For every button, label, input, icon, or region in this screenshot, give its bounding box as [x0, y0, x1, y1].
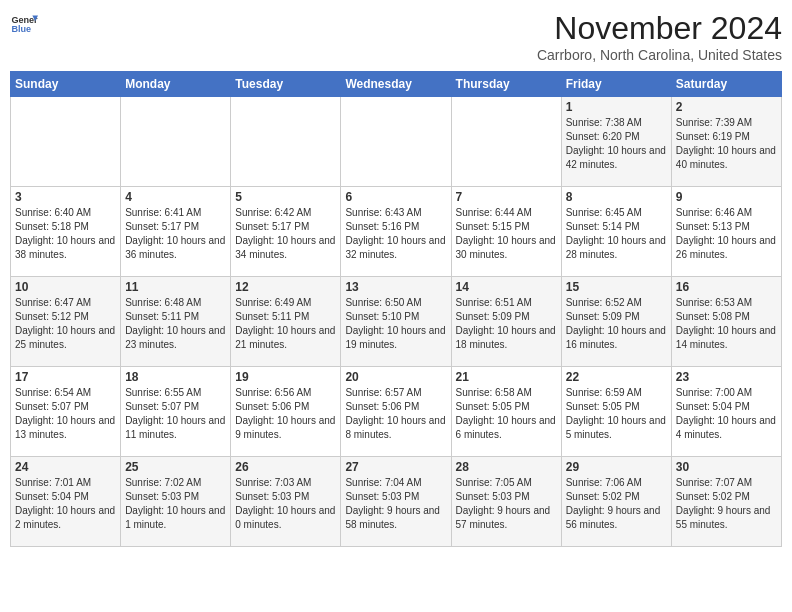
- calendar-cell: 25Sunrise: 7:02 AM Sunset: 5:03 PM Dayli…: [121, 457, 231, 547]
- calendar-cell: 28Sunrise: 7:05 AM Sunset: 5:03 PM Dayli…: [451, 457, 561, 547]
- day-info: Sunrise: 6:57 AM Sunset: 5:06 PM Dayligh…: [345, 386, 446, 442]
- day-info: Sunrise: 6:47 AM Sunset: 5:12 PM Dayligh…: [15, 296, 116, 352]
- page-header: General Blue November 2024 Carrboro, Nor…: [10, 10, 782, 63]
- calendar-cell: 29Sunrise: 7:06 AM Sunset: 5:02 PM Dayli…: [561, 457, 671, 547]
- location: Carrboro, North Carolina, United States: [537, 47, 782, 63]
- calendar-cell: 13Sunrise: 6:50 AM Sunset: 5:10 PM Dayli…: [341, 277, 451, 367]
- weekday-header-sunday: Sunday: [11, 72, 121, 97]
- day-number: 1: [566, 100, 667, 114]
- calendar-cell: [11, 97, 121, 187]
- day-number: 8: [566, 190, 667, 204]
- day-info: Sunrise: 6:55 AM Sunset: 5:07 PM Dayligh…: [125, 386, 226, 442]
- calendar-cell: [451, 97, 561, 187]
- day-info: Sunrise: 7:04 AM Sunset: 5:03 PM Dayligh…: [345, 476, 446, 532]
- day-number: 2: [676, 100, 777, 114]
- calendar-cell: 7Sunrise: 6:44 AM Sunset: 5:15 PM Daylig…: [451, 187, 561, 277]
- day-info: Sunrise: 7:01 AM Sunset: 5:04 PM Dayligh…: [15, 476, 116, 532]
- svg-text:Blue: Blue: [11, 24, 31, 34]
- day-info: Sunrise: 7:39 AM Sunset: 6:19 PM Dayligh…: [676, 116, 777, 172]
- day-info: Sunrise: 6:59 AM Sunset: 5:05 PM Dayligh…: [566, 386, 667, 442]
- day-info: Sunrise: 7:38 AM Sunset: 6:20 PM Dayligh…: [566, 116, 667, 172]
- calendar-cell: 4Sunrise: 6:41 AM Sunset: 5:17 PM Daylig…: [121, 187, 231, 277]
- day-info: Sunrise: 6:45 AM Sunset: 5:14 PM Dayligh…: [566, 206, 667, 262]
- day-info: Sunrise: 6:43 AM Sunset: 5:16 PM Dayligh…: [345, 206, 446, 262]
- title-block: November 2024 Carrboro, North Carolina, …: [537, 10, 782, 63]
- calendar-cell: 23Sunrise: 7:00 AM Sunset: 5:04 PM Dayli…: [671, 367, 781, 457]
- calendar-cell: [341, 97, 451, 187]
- calendar-cell: 9Sunrise: 6:46 AM Sunset: 5:13 PM Daylig…: [671, 187, 781, 277]
- calendar-table: SundayMondayTuesdayWednesdayThursdayFrid…: [10, 71, 782, 547]
- day-number: 10: [15, 280, 116, 294]
- day-info: Sunrise: 6:51 AM Sunset: 5:09 PM Dayligh…: [456, 296, 557, 352]
- calendar-cell: 21Sunrise: 6:58 AM Sunset: 5:05 PM Dayli…: [451, 367, 561, 457]
- calendar-cell: 15Sunrise: 6:52 AM Sunset: 5:09 PM Dayli…: [561, 277, 671, 367]
- day-number: 12: [235, 280, 336, 294]
- calendar-cell: 30Sunrise: 7:07 AM Sunset: 5:02 PM Dayli…: [671, 457, 781, 547]
- day-number: 5: [235, 190, 336, 204]
- calendar-cell: [121, 97, 231, 187]
- weekday-header-row: SundayMondayTuesdayWednesdayThursdayFrid…: [11, 72, 782, 97]
- day-number: 17: [15, 370, 116, 384]
- month-title: November 2024: [537, 10, 782, 47]
- day-number: 11: [125, 280, 226, 294]
- day-number: 26: [235, 460, 336, 474]
- day-number: 30: [676, 460, 777, 474]
- calendar-week-2: 10Sunrise: 6:47 AM Sunset: 5:12 PM Dayli…: [11, 277, 782, 367]
- calendar-cell: 3Sunrise: 6:40 AM Sunset: 5:18 PM Daylig…: [11, 187, 121, 277]
- calendar-cell: 14Sunrise: 6:51 AM Sunset: 5:09 PM Dayli…: [451, 277, 561, 367]
- calendar-cell: 1Sunrise: 7:38 AM Sunset: 6:20 PM Daylig…: [561, 97, 671, 187]
- day-info: Sunrise: 6:53 AM Sunset: 5:08 PM Dayligh…: [676, 296, 777, 352]
- weekday-header-wednesday: Wednesday: [341, 72, 451, 97]
- calendar-week-1: 3Sunrise: 6:40 AM Sunset: 5:18 PM Daylig…: [11, 187, 782, 277]
- day-number: 21: [456, 370, 557, 384]
- calendar-cell: 18Sunrise: 6:55 AM Sunset: 5:07 PM Dayli…: [121, 367, 231, 457]
- day-number: 24: [15, 460, 116, 474]
- weekday-header-thursday: Thursday: [451, 72, 561, 97]
- calendar-cell: 16Sunrise: 6:53 AM Sunset: 5:08 PM Dayli…: [671, 277, 781, 367]
- day-number: 13: [345, 280, 446, 294]
- day-info: Sunrise: 7:05 AM Sunset: 5:03 PM Dayligh…: [456, 476, 557, 532]
- calendar-cell: 20Sunrise: 6:57 AM Sunset: 5:06 PM Dayli…: [341, 367, 451, 457]
- day-info: Sunrise: 6:44 AM Sunset: 5:15 PM Dayligh…: [456, 206, 557, 262]
- day-info: Sunrise: 7:07 AM Sunset: 5:02 PM Dayligh…: [676, 476, 777, 532]
- logo-icon: General Blue: [10, 10, 38, 38]
- day-info: Sunrise: 7:06 AM Sunset: 5:02 PM Dayligh…: [566, 476, 667, 532]
- day-number: 4: [125, 190, 226, 204]
- day-number: 20: [345, 370, 446, 384]
- weekday-header-saturday: Saturday: [671, 72, 781, 97]
- calendar-cell: 10Sunrise: 6:47 AM Sunset: 5:12 PM Dayli…: [11, 277, 121, 367]
- day-info: Sunrise: 6:56 AM Sunset: 5:06 PM Dayligh…: [235, 386, 336, 442]
- day-info: Sunrise: 6:52 AM Sunset: 5:09 PM Dayligh…: [566, 296, 667, 352]
- calendar-cell: 5Sunrise: 6:42 AM Sunset: 5:17 PM Daylig…: [231, 187, 341, 277]
- day-number: 19: [235, 370, 336, 384]
- day-info: Sunrise: 6:41 AM Sunset: 5:17 PM Dayligh…: [125, 206, 226, 262]
- day-number: 18: [125, 370, 226, 384]
- weekday-header-tuesday: Tuesday: [231, 72, 341, 97]
- day-number: 9: [676, 190, 777, 204]
- day-number: 6: [345, 190, 446, 204]
- day-number: 3: [15, 190, 116, 204]
- day-number: 23: [676, 370, 777, 384]
- day-info: Sunrise: 6:50 AM Sunset: 5:10 PM Dayligh…: [345, 296, 446, 352]
- calendar-cell: 11Sunrise: 6:48 AM Sunset: 5:11 PM Dayli…: [121, 277, 231, 367]
- day-info: Sunrise: 7:00 AM Sunset: 5:04 PM Dayligh…: [676, 386, 777, 442]
- calendar-cell: 8Sunrise: 6:45 AM Sunset: 5:14 PM Daylig…: [561, 187, 671, 277]
- calendar-cell: 2Sunrise: 7:39 AM Sunset: 6:19 PM Daylig…: [671, 97, 781, 187]
- day-info: Sunrise: 7:03 AM Sunset: 5:03 PM Dayligh…: [235, 476, 336, 532]
- day-number: 29: [566, 460, 667, 474]
- calendar-week-4: 24Sunrise: 7:01 AM Sunset: 5:04 PM Dayli…: [11, 457, 782, 547]
- calendar-cell: 6Sunrise: 6:43 AM Sunset: 5:16 PM Daylig…: [341, 187, 451, 277]
- day-number: 25: [125, 460, 226, 474]
- calendar-cell: 27Sunrise: 7:04 AM Sunset: 5:03 PM Dayli…: [341, 457, 451, 547]
- day-number: 14: [456, 280, 557, 294]
- day-info: Sunrise: 6:42 AM Sunset: 5:17 PM Dayligh…: [235, 206, 336, 262]
- day-number: 28: [456, 460, 557, 474]
- day-number: 15: [566, 280, 667, 294]
- day-number: 7: [456, 190, 557, 204]
- day-info: Sunrise: 6:48 AM Sunset: 5:11 PM Dayligh…: [125, 296, 226, 352]
- calendar-cell: 19Sunrise: 6:56 AM Sunset: 5:06 PM Dayli…: [231, 367, 341, 457]
- calendar-cell: 22Sunrise: 6:59 AM Sunset: 5:05 PM Dayli…: [561, 367, 671, 457]
- calendar-body: 1Sunrise: 7:38 AM Sunset: 6:20 PM Daylig…: [11, 97, 782, 547]
- calendar-cell: 17Sunrise: 6:54 AM Sunset: 5:07 PM Dayli…: [11, 367, 121, 457]
- day-number: 22: [566, 370, 667, 384]
